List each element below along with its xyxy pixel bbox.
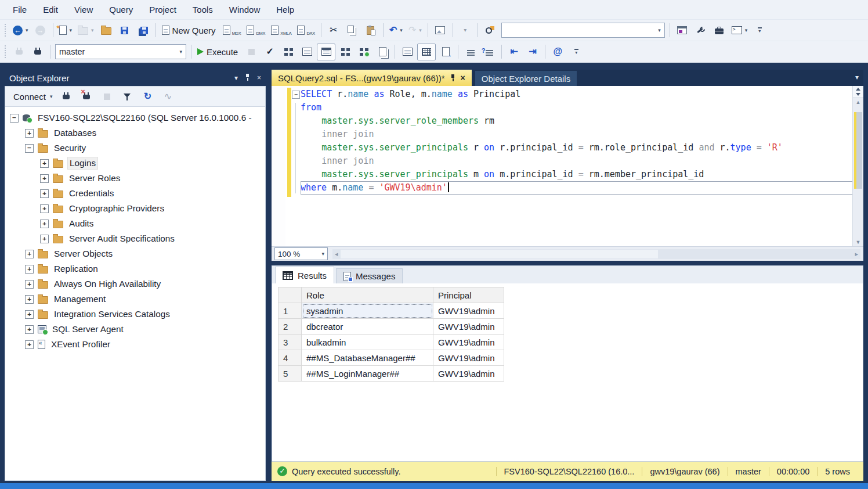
scrollbar-track[interactable] [853,106,863,238]
tree-item-cryptographic-providers[interactable]: +Cryptographic Providers [5,201,265,216]
expand-icon[interactable]: + [40,204,49,213]
toolbar-drag-handle[interactable] [4,23,7,37]
selection-box-button[interactable] [432,23,449,38]
tree-item-databases[interactable]: +Databases [5,125,265,141]
grid-cell[interactable]: GWV19\admin [433,366,504,382]
scroll-up-icon[interactable]: ▲ [856,98,861,106]
editor-vertical-scrollbar[interactable]: ▲ ▼ [852,86,863,246]
code-line-8[interactable]: where m.name = 'GWV19\admin' [301,181,853,195]
table-row[interactable]: 5##MS_LoginManager##GWV19\admin [279,366,504,382]
open-folder-button[interactable] [97,23,115,38]
estimated-plan-button[interactable] [280,44,297,60]
results-to-file-button[interactable] [437,44,454,60]
window-position-dropdown-icon[interactable]: ▾ [234,74,238,82]
grid-cell[interactable]: GWV19\admin [433,303,504,319]
expand-icon[interactable]: + [40,159,49,168]
table-row[interactable]: 4##MS_DatabaseManager##GWV19\admin [279,350,504,366]
uncomment-lines-button[interactable] [480,44,498,60]
connect-server-button[interactable] [59,89,74,105]
pin-icon[interactable] [245,73,250,82]
expand-icon[interactable]: + [40,189,49,198]
undo-button[interactable]: ↶▾ [387,23,405,38]
table-row[interactable]: 1sysadminGWV19\admin [279,303,504,319]
grid-cell[interactable]: ##MS_LoginManager## [302,366,433,382]
grid-cell[interactable]: dbcreator [302,319,433,335]
scrollbar-thumb[interactable] [854,112,862,189]
grid-cell[interactable]: GWV19\admin [433,350,504,366]
change-connection-button[interactable] [29,44,46,60]
tab-object-explorer-details[interactable]: Object Explorer Details [475,71,577,86]
grid-cell[interactable]: GWV19\admin [433,335,504,350]
results-to-grid-button[interactable] [417,44,436,60]
expand-icon[interactable]: + [25,250,34,258]
find-combobox[interactable]: ▾ [501,23,665,38]
column-header-principal[interactable]: Principal [433,287,504,303]
grid-cell[interactable]: GWV19\admin [433,319,504,335]
tree-item-logins[interactable]: +Logins [5,156,265,171]
open-file-button[interactable]: ▾ [75,23,96,38]
filter-button[interactable] [120,89,135,105]
expand-icon[interactable]: + [25,325,34,334]
menu-window[interactable]: Window [221,0,268,19]
code-line-5[interactable]: master.sys.server_principals r on r.prin… [301,141,853,154]
client-statistics-button[interactable] [374,44,391,60]
new-query-button[interactable]: New Query [160,23,219,38]
code-line-6[interactable]: inner join [301,154,853,168]
include-actual-plan-button[interactable] [337,44,354,60]
toolbar-drag-handle[interactable] [4,45,7,59]
results-grid[interactable]: RolePrincipal1sysadminGWV19\admin2dbcrea… [278,287,504,382]
dmx-query-button[interactable]: DMX [244,23,267,38]
row-number-cell[interactable]: 5 [279,366,302,382]
refresh-button[interactable]: ↻ [140,89,155,105]
activity-monitor-button[interactable]: ∿ [160,89,175,105]
tree-item-integration-services-catalogs[interactable]: +Integration Services Catalogs [5,307,265,322]
menu-query[interactable]: Query [101,0,141,19]
increase-indent-button[interactable]: ⇥ [524,44,541,60]
standard-toolbar-overflow-button[interactable]: ▾ [751,23,768,38]
tree-item-sql-server-agent[interactable]: +SQL Server Agent [5,322,265,337]
save-button[interactable] [116,23,133,38]
expand-icon[interactable]: + [40,235,49,243]
row-number-cell[interactable]: 1 [279,303,302,319]
toolbox-button[interactable] [711,23,728,38]
tree-item-security[interactable]: −Security [5,141,265,156]
tree-item-server-roles[interactable]: +Server Roles [5,171,265,186]
find-button[interactable] [482,23,499,38]
object-explorer-window-button[interactable] [674,23,691,38]
expand-icon[interactable]: + [40,220,49,228]
redo-button[interactable]: ↷▾ [406,23,424,38]
tree-item-audits[interactable]: +Audits [5,216,265,231]
scroll-left-icon[interactable]: ◂ [332,250,341,258]
row-number-cell[interactable]: 2 [279,319,302,335]
toolbar-extra-dropdown[interactable]: ▾ [457,23,474,38]
menu-edit[interactable]: Edit [35,0,66,19]
results-to-text-button[interactable] [399,44,416,60]
connect-plug-button[interactable] [10,44,28,60]
code-line-7[interactable]: master.sys.server_principals m on m.prin… [301,168,853,181]
pin-icon[interactable] [450,73,455,83]
disconnect-button[interactable]: × [79,89,94,105]
tree-item-replication[interactable]: +Replication [5,261,265,276]
mention-button[interactable]: @ [549,44,566,60]
code-area[interactable]: −SELECT r.name as Role, m.name as Princi… [272,88,853,246]
table-row[interactable]: 2dbcreatorGWV19\admin [279,319,504,335]
expand-icon[interactable]: + [25,265,34,274]
tree-item-credentials[interactable]: +Credentials [5,186,265,201]
menu-file[interactable]: File [5,0,35,19]
available-databases-combobox[interactable]: master▾ [55,44,186,59]
decrease-indent-button[interactable]: ⇤ [505,44,523,60]
menu-tools[interactable]: Tools [185,0,221,19]
cut-button[interactable]: ✂ [325,23,342,38]
tab-list-dropdown-icon[interactable]: ▾ [855,73,859,81]
scroll-right-icon[interactable]: ▸ [852,250,860,258]
menu-view[interactable]: View [66,0,101,19]
execute-button[interactable]: Execute [195,44,241,60]
tree-item-server-objects[interactable]: +Server Objects [5,246,265,261]
dax-query-button[interactable]: DAX [295,23,317,38]
code-line-3[interactable]: master.sys.server_role_members rm [301,114,853,128]
tree-item-server-audit-specifications[interactable]: +Server Audit Specifications [5,231,265,246]
table-row[interactable]: 3bulkadminGWV19\admin [279,335,504,350]
live-query-statistics-button[interactable] [355,44,372,60]
editor-toolbar-overflow-button[interactable]: ▾ [567,44,585,60]
navigate-back-button[interactable]: ←▾ [10,23,31,38]
